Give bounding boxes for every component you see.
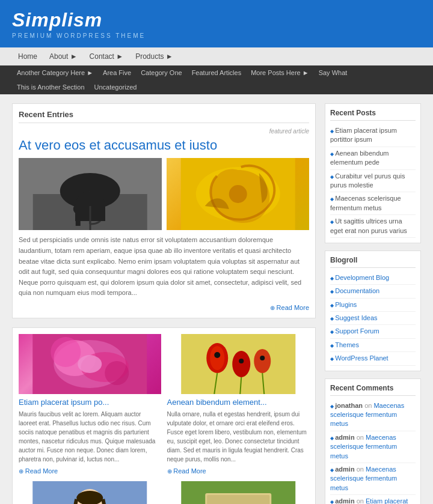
featured-image-left xyxy=(19,158,162,230)
featured-image-row xyxy=(19,158,309,230)
site-title: Simplism xyxy=(12,9,421,31)
recent-comments-list: jonathan on Maecenas scelerisque ferment… xyxy=(330,399,416,504)
featured-title[interactable]: At vero eos et accusamus et iusto xyxy=(19,138,309,153)
svg-point-23 xyxy=(254,349,271,373)
svg-rect-1 xyxy=(33,194,147,230)
recent-post-1[interactable]: Etiam placerat ipsum portittor ipsum xyxy=(330,124,416,147)
subnav-area-five[interactable]: Area Five xyxy=(98,65,136,80)
recent-entries-box: Recent Entries featured article At vero … xyxy=(12,103,316,318)
post-thumb-4: JUNE xyxy=(167,481,310,504)
svg-point-21 xyxy=(232,351,250,377)
recent-post-3[interactable]: Curabitur vel purus quis purus molestie xyxy=(330,170,416,193)
svg-point-20 xyxy=(214,352,220,358)
widget-recent-comments-heading: Recent Comments xyxy=(330,384,416,396)
post-title-1[interactable]: Etiam placerat ipsum po... xyxy=(19,398,161,407)
blogroll-item-5[interactable]: Support Forum xyxy=(330,325,416,338)
subnav-category-one[interactable]: Category One xyxy=(136,65,186,80)
post-grid: Etiam placerat ipsum po... Mauris faucib… xyxy=(19,334,309,504)
comment-item-2: admin on Maecenas scelerisque fermentum … xyxy=(330,431,416,463)
comment-item-4: admin on Etiam placerat ipsum portittor … xyxy=(330,495,416,504)
featured-read-more[interactable]: Read More xyxy=(270,304,309,311)
recent-entries-heading: Recent Entries xyxy=(19,110,309,123)
post-read-more-2[interactable]: Read More xyxy=(167,467,206,475)
post-excerpt-1: Mauris faucibus velit ac lorem. Aliquam … xyxy=(19,410,161,464)
svg-rect-5 xyxy=(76,214,81,226)
nav-contact[interactable]: Contact ► xyxy=(84,47,130,65)
post-excerpt-2: Nulla ornare, nulla et egestas hendrerit… xyxy=(167,410,310,464)
site-subtitle: PREMIUM WORDPRESS THEME xyxy=(12,32,421,39)
post-read-more-1[interactable]: Read More xyxy=(19,467,58,475)
nav-products[interactable]: Products ► xyxy=(129,47,179,65)
widget-blogroll-heading: Blogroll xyxy=(330,256,416,268)
post-thumb-2 xyxy=(167,334,310,394)
widget-recent-posts: Recent Posts Etiam placerat ipsum portit… xyxy=(325,103,421,243)
blogroll-list: Development Blog Documentation Plugins S… xyxy=(330,272,416,366)
svg-point-13 xyxy=(78,355,102,373)
comment-item-3: admin on Maecenas scelerisque fermentum … xyxy=(330,463,416,495)
site-header: Simplism PREMIUM WORDPRESS THEME xyxy=(0,0,433,46)
svg-point-14 xyxy=(51,337,81,367)
subnav-featured-articles[interactable]: Featured Articles xyxy=(187,65,247,80)
subnav-uncategorized[interactable]: Uncategorized xyxy=(90,80,142,94)
post-item-1: Etiam placerat ipsum po... Mauris faucib… xyxy=(19,334,161,475)
featured-image-right xyxy=(167,158,310,230)
svg-rect-36 xyxy=(207,495,269,504)
comment-item-1: jonathan on Maecenas scelerisque ferment… xyxy=(330,399,416,431)
blogroll-item-6[interactable]: Themes xyxy=(330,339,416,352)
featured-label: featured article xyxy=(19,128,309,135)
post-item-3: Curabitur vel purus qui... Vivamus hendr… xyxy=(19,481,161,504)
svg-point-2 xyxy=(60,173,120,209)
blogroll-item-1[interactable]: Development Blog xyxy=(330,272,416,285)
content-wrapper: Recent Entries featured article At vero … xyxy=(0,94,433,504)
subnav-more-posts[interactable]: More Posts Here ► xyxy=(246,65,313,80)
svg-point-4 xyxy=(73,204,83,214)
subnav-say-what[interactable]: Say What xyxy=(314,65,352,80)
subnav-another-category[interactable]: Another Category Here ► xyxy=(12,65,98,80)
blogroll-item-2[interactable]: Documentation xyxy=(330,285,416,298)
recent-post-5[interactable]: Ut sagittis ultrices urna eget erat non … xyxy=(330,215,416,238)
blogroll-item-3[interactable]: Plugins xyxy=(330,299,416,312)
recent-post-2[interactable]: Aenean bibendum elementum pede xyxy=(330,147,416,170)
post-item-2: Aenean bibendum element... Nulla ornare,… xyxy=(167,334,310,475)
post-item-4: JUNE Maecenas scelerisque fe... Pellente… xyxy=(167,481,310,504)
post-thumb-3 xyxy=(19,481,161,504)
main-content: Recent Entries featured article At vero … xyxy=(12,103,316,504)
post-grid-box: Etiam placerat ipsum po... Mauris faucib… xyxy=(12,327,316,504)
featured-excerpt: Sed ut perspiciatis unde omnis iste natu… xyxy=(19,235,309,299)
nav-about[interactable]: About ► xyxy=(43,47,84,65)
svg-point-15 xyxy=(105,361,129,385)
recent-posts-list: Etiam placerat ipsum portittor ipsum Aen… xyxy=(330,124,416,238)
blogroll-item-7[interactable]: WordPress Planet xyxy=(330,352,416,365)
svg-point-22 xyxy=(239,359,244,363)
widget-recent-comments: Recent Comments jonathan on Maecenas sce… xyxy=(325,378,421,504)
svg-point-24 xyxy=(260,356,265,360)
subnav-another-section[interactable]: This is Another Section xyxy=(12,80,90,94)
blogroll-item-4[interactable]: Suggest Ideas xyxy=(330,312,416,325)
nav-home[interactable]: Home xyxy=(12,47,43,65)
svg-point-8 xyxy=(229,185,247,203)
sidebar: Recent Posts Etiam placerat ipsum portit… xyxy=(325,103,421,504)
post-thumb-1 xyxy=(19,334,161,394)
featured-read-more-container: Read More xyxy=(19,303,309,312)
widget-blogroll: Blogroll Development Blog Documentation … xyxy=(325,250,421,371)
recent-post-4[interactable]: Maecenas scelerisque fermentum metus xyxy=(330,192,416,215)
sub-nav: Another Category Here ► Area Five Catego… xyxy=(0,65,433,94)
post-title-2[interactable]: Aenean bibendum element... xyxy=(167,398,310,407)
widget-recent-posts-heading: Recent Posts xyxy=(330,109,416,121)
main-nav: Home About ► Contact ► Products ► xyxy=(0,46,433,65)
